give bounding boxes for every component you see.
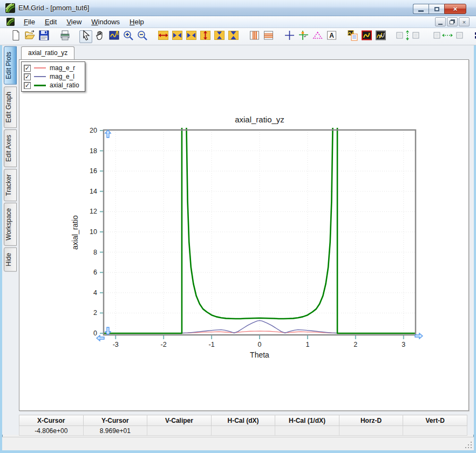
mdi-minimize-button[interactable] [435, 17, 446, 26]
status-col-header: X-Cursor [19, 415, 84, 426]
mdi-close-button[interactable]: × [459, 17, 470, 26]
y-tick-label: 12 [90, 208, 97, 215]
plot-legend-button[interactable] [346, 30, 359, 43]
status-strip [2, 437, 474, 450]
minimize-icon [418, 10, 424, 12]
status-col-value: 8.969e+01 [83, 426, 147, 436]
sidebar-tab-workspace[interactable]: Workspace [4, 203, 17, 246]
sidebar-tab-edit-graph[interactable]: Edit Graph [4, 86, 17, 128]
text-annotation-icon: A [326, 30, 337, 43]
mdi-restore-icon [450, 20, 454, 24]
legend-line-swatch [34, 67, 46, 68]
menu-item-view[interactable]: View [62, 17, 86, 27]
x-tick-label: -3 [113, 341, 119, 348]
multi-curve-window-icon [375, 30, 386, 43]
legend-item: ✓axial_ratio [24, 81, 79, 90]
plot-legend-icon [347, 30, 358, 43]
status-col-value [211, 426, 275, 436]
sidebar-tab-edit-axes[interactable]: Edit Axes [4, 129, 17, 167]
layout-button[interactable] [473, 30, 476, 43]
compress-x-button[interactable] [185, 30, 198, 43]
y-tick-label: 6 [93, 269, 97, 276]
zoom-out-button[interactable] [135, 30, 148, 43]
pan-hand-icon [94, 30, 106, 43]
multi-curve-window-button[interactable] [374, 30, 387, 43]
x-tick-label: 0 [258, 341, 262, 348]
compress-y-icon [228, 30, 239, 43]
x-axis-left-handle[interactable] [97, 335, 104, 341]
zoom-in-button[interactable] [121, 30, 134, 43]
save-file-icon [38, 30, 50, 43]
toolbar-group [345, 30, 387, 43]
horizontal-markers-button[interactable] [262, 30, 275, 43]
document-logo-icon [6, 18, 15, 26]
open-file-button[interactable] [23, 30, 36, 43]
expand-y-button[interactable] [199, 30, 212, 43]
restore-button[interactable] [429, 4, 444, 14]
sidebar-tab-edit-plots[interactable]: Edit Plots [4, 46, 17, 85]
status-col-header: Y-Cursor [83, 415, 147, 426]
expand-y-icon [200, 30, 211, 43]
mdi-restore-button[interactable] [447, 17, 458, 26]
document-tab[interactable]: axial_ratio_yz [21, 46, 74, 59]
vertical-markers-button[interactable] [248, 30, 261, 43]
resize-grip-icon[interactable] [465, 441, 472, 449]
status-col-value: -4.806e+00 [19, 426, 84, 436]
save-file-button[interactable] [37, 30, 50, 43]
x-tick-label: 2 [353, 341, 357, 348]
compress-y-button[interactable] [227, 30, 240, 43]
print-button[interactable] [58, 30, 71, 43]
spread-y-button[interactable] [213, 30, 226, 43]
close-icon: × [453, 5, 458, 13]
expand-x-icon [158, 30, 169, 43]
align-horizontal-button[interactable] [432, 30, 465, 43]
menu-item-edit[interactable]: Edit [40, 17, 62, 27]
align-vertical-button[interactable] [395, 30, 424, 43]
close-button[interactable]: × [444, 4, 466, 14]
main-area: Edit PlotsEdit GraphEdit AxesTrackerWork… [2, 45, 474, 435]
legend-checkbox[interactable]: ✓ [24, 73, 31, 80]
y-tick-label: 0 [93, 330, 97, 337]
single-curve-window-button[interactable] [360, 30, 373, 43]
legend-label: mag_e_l [50, 73, 74, 80]
y-axis-top-handle[interactable] [105, 130, 111, 138]
minimize-button[interactable] [413, 4, 429, 14]
legend-label: mag_e_r [50, 64, 75, 72]
text-annotation-button[interactable]: A [325, 30, 338, 43]
menu-item-help[interactable]: Help [125, 17, 149, 27]
crosshair-button[interactable] [283, 30, 296, 43]
status-col-header: Horz-D [339, 415, 403, 426]
spread-x-button[interactable] [171, 30, 183, 43]
layout-icon [474, 30, 476, 43]
legend-line-swatch [34, 85, 46, 86]
legend-checkbox[interactable]: ✓ [24, 82, 31, 89]
plot-canvas[interactable]: ✓mag_e_r✓mag_e_l✓axial_ratio axial_ratio… [19, 59, 469, 411]
legend-checkbox[interactable]: ✓ [24, 65, 31, 72]
horizontal-markers-icon [263, 30, 274, 43]
mdi-minimize-icon [438, 24, 443, 25]
y-tick-label: 8 [93, 249, 97, 256]
legend-line-swatch [34, 76, 46, 77]
zoom-region-button[interactable] [107, 30, 120, 43]
sidebar-tab-hide[interactable]: Hide [4, 248, 17, 272]
open-file-icon [24, 30, 36, 43]
expand-x-button[interactable] [157, 30, 169, 43]
tracker-cross-button[interactable] [297, 30, 310, 43]
menu-bar: FileEditViewWindowsHelp × [0, 16, 476, 28]
toolbar-group: Layout [472, 30, 476, 43]
menu-item-file[interactable]: File [19, 17, 40, 27]
pan-hand-button[interactable] [93, 30, 106, 43]
chart[interactable]: axial_ratio_yzThetaaxial_ratio-3-2-10123… [19, 60, 468, 410]
spread-y-icon [214, 30, 225, 43]
x-tick-label: -2 [161, 341, 167, 348]
caliper-triangle-icon [312, 30, 323, 43]
select-pointer-button[interactable] [79, 30, 92, 43]
new-document-button[interactable] [9, 30, 22, 43]
x-tick-label: 3 [402, 341, 405, 348]
caliper-triangle-button[interactable] [311, 30, 324, 43]
plot-document: axial_ratio_yz ✓mag_e_r✓mag_e_l✓axial_ra… [19, 45, 472, 435]
tracker-cross-icon [298, 30, 309, 43]
sidebar-tab-tracker[interactable]: Tracker [4, 169, 17, 201]
app-logo-icon [5, 3, 15, 13]
menu-item-windows[interactable]: Windows [86, 17, 125, 27]
